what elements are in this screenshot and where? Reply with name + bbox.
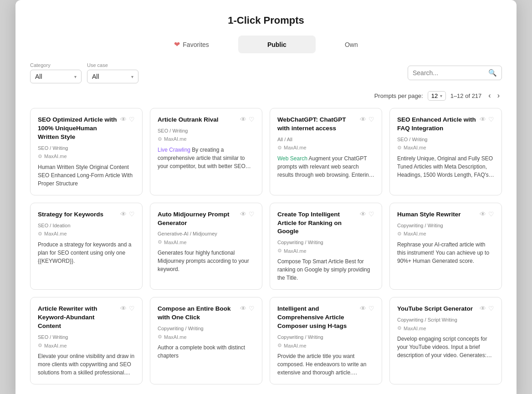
card-11-icons: 👁 ♡ (360, 305, 374, 312)
card-10-author: ⚙ MaxAI.me (158, 334, 255, 340)
card-4: SEO Enhanced Article with FAQ Integratio… (389, 108, 502, 195)
card-4-view-button[interactable]: 👁 (480, 116, 486, 123)
card-7-view-button[interactable]: 👁 (360, 210, 366, 218)
card-3-description: Web Search Augment your ChatGPT prompts … (277, 154, 374, 179)
card-3-view-button[interactable]: 👁 (360, 116, 366, 123)
card-5-author: ⚙ MaxAI.me (38, 231, 135, 237)
card-5-author-icon: ⚙ (38, 231, 42, 237)
tab-own[interactable]: Own (316, 36, 387, 53)
card-6-header: Auto Midjourney Prompt Generator 👁 ♡ (158, 210, 255, 228)
per-page-dropdown[interactable]: 12 24 48 (431, 92, 438, 99)
card-5-author-name: MaxAI.me (44, 231, 67, 236)
card-8-author-name: MaxAI.me (404, 231, 426, 236)
card-12-favorite-button[interactable]: ♡ (488, 305, 494, 312)
card-3-author-icon: ⚙ (277, 145, 282, 151)
card-11-favorite-button[interactable]: ♡ (368, 305, 374, 312)
card-11-author-name: MaxAI.me (284, 343, 307, 348)
card-3-favorite-button[interactable]: ♡ (368, 116, 374, 123)
card-8-view-button[interactable]: 👁 (480, 210, 486, 218)
card-10-tag: Copywriting / Writing (158, 326, 255, 331)
card-4-favorite-button[interactable]: ♡ (488, 116, 494, 123)
card-9-header: Article Rewriter with Keyword-Abundant C… (38, 305, 135, 331)
card-2: Article Outrank Rival 👁 ♡ SEO / Writing … (150, 108, 262, 195)
card-8-author-icon: ⚙ (397, 231, 402, 237)
card-9: Article Rewriter with Keyword-Abundant C… (30, 297, 143, 384)
card-1: SEO Optimized Article with 100% UniqueHu… (30, 108, 143, 195)
card-12-icons: 👁 ♡ (480, 305, 494, 312)
category-select-wrapper[interactable]: All ▾ (30, 70, 82, 83)
card-8-favorite-button[interactable]: ♡ (488, 210, 494, 218)
card-11-tag: Copywriting / Writing (277, 334, 374, 340)
card-9-favorite-button[interactable]: ♡ (129, 305, 135, 312)
card-12-author: ⚙ MaxAI.me (397, 325, 494, 331)
card-1-author: ⚙ MaxAI.me (38, 154, 135, 159)
card-6-author: ⚙ MaxAI.me (158, 239, 255, 245)
card-10-description: Author a complete book with distinct cha… (158, 343, 255, 360)
card-2-author: ⚙ MaxAI.me (158, 136, 255, 142)
card-1-icons: 👁 ♡ (120, 116, 135, 123)
cards-grid: SEO Optimized Article with 100% UniqueHu… (30, 108, 502, 384)
usecase-select[interactable]: All (92, 73, 128, 80)
card-10-favorite-button[interactable]: ♡ (249, 305, 255, 312)
card-2-author-name: MaxAI.me (164, 136, 187, 142)
per-page-label: Prompts per page: (374, 92, 423, 99)
card-8-author: ⚙ MaxAI.me (397, 231, 494, 237)
usecase-select-wrapper[interactable]: All ▾ (87, 70, 138, 83)
search-input[interactable] (413, 69, 486, 77)
heart-icon: ❤ (174, 40, 180, 49)
card-10-view-button[interactable]: 👁 (240, 305, 246, 312)
card-7-author-icon: ⚙ (277, 248, 282, 254)
card-8-icons: 👁 ♡ (480, 210, 494, 218)
tab-favorites[interactable]: ❤ Favorites (145, 36, 238, 53)
tab-public[interactable]: Public (238, 36, 316, 53)
pagination-row: Prompts per page: 12 24 48 ▾ 1–12 of 217… (30, 91, 502, 101)
card-3-author-name: MaxAI.me (284, 145, 307, 150)
card-10-author-name: MaxAI.me (164, 334, 187, 340)
card-2-view-button[interactable]: 👁 (240, 116, 246, 123)
card-1-favorite-button[interactable]: ♡ (129, 116, 135, 123)
card-7-favorite-button[interactable]: ♡ (368, 210, 374, 218)
card-7-header: Create Top Intelligent Article for Ranki… (277, 210, 374, 236)
card-10: Compose an Entire Book with One Click 👁 … (150, 297, 262, 384)
card-3-header: WebChatGPT: ChatGPT with internet access… (277, 116, 374, 133)
card-11-description: Provide the article title you want compo… (277, 352, 374, 377)
per-page-select[interactable]: 12 24 48 ▾ (428, 91, 446, 101)
next-page-button[interactable]: › (495, 91, 502, 101)
card-4-icons: 👁 ♡ (480, 116, 494, 123)
card-9-icons: 👁 ♡ (120, 305, 135, 312)
card-11-view-button[interactable]: 👁 (360, 305, 366, 312)
card-11-author: ⚙ MaxAI.me (277, 343, 374, 348)
card-5-favorite-button[interactable]: ♡ (129, 210, 135, 218)
card-3-tag: All / All (277, 137, 374, 142)
chevron-down-icon: ▾ (74, 74, 77, 79)
card-10-header: Compose an Entire Book with One Click 👁 … (158, 305, 255, 322)
card-12-description: Develop engaging script concepts for you… (397, 335, 494, 359)
card-1-title: SEO Optimized Article with 100% UniqueHu… (38, 116, 118, 142)
category-select[interactable]: All (35, 73, 72, 80)
card-6-view-button[interactable]: 👁 (240, 210, 246, 218)
card-5-icons: 👁 ♡ (120, 210, 135, 218)
prev-page-button[interactable]: ‹ (486, 91, 493, 101)
card-11-author-icon: ⚙ (277, 343, 282, 348)
card-12-view-button[interactable]: 👁 (480, 305, 486, 312)
card-6-icons: 👁 ♡ (240, 210, 255, 218)
card-4-author-icon: ⚙ (397, 145, 402, 151)
card-5-title: Strategy for Keywords (38, 210, 118, 219)
card-1-view-button[interactable]: 👁 (120, 116, 127, 123)
card-9-author: ⚙ MaxAI.me (38, 343, 135, 348)
card-4-title: SEO Enhanced Article with FAQ Integratio… (397, 116, 478, 133)
card-5-view-button[interactable]: 👁 (120, 210, 127, 218)
card-9-tag: SEO / Writing (38, 334, 135, 340)
card-6: Auto Midjourney Prompt Generator 👁 ♡ Gen… (150, 203, 262, 290)
card-6-favorite-button[interactable]: ♡ (249, 210, 255, 218)
card-1-description: Human Written Style Original Content SEO… (38, 163, 135, 188)
card-8-header: Human Style Rewriter 👁 ♡ (397, 210, 494, 219)
card-10-icons: 👁 ♡ (240, 305, 255, 312)
card-2-favorite-button[interactable]: ♡ (249, 116, 255, 123)
card-7: Create Top Intelligent Article for Ranki… (270, 203, 382, 290)
card-9-view-button[interactable]: 👁 (120, 305, 127, 312)
card-6-tag: Generative-AI / Midjourney (158, 231, 255, 236)
card-12-author-icon: ⚙ (397, 325, 402, 331)
search-box[interactable]: 🔍 (408, 66, 502, 80)
tab-bar: ❤ Favorites Public Own (30, 36, 502, 53)
